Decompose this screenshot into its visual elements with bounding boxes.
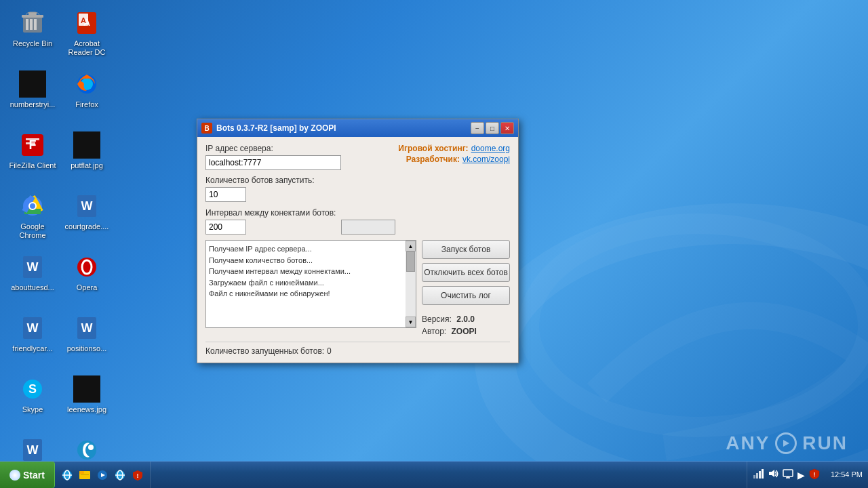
desktop-icon-abouttuesd[interactable]: W abouttuesd... (5, 249, 60, 310)
ql-explorer-icon[interactable] (77, 467, 93, 483)
dialog-buttons: Запуск ботов Отключить всех ботов Очисти… (422, 240, 510, 336)
dialog-body: IP адрес сервера: Игровой хостинг: doome… (197, 137, 518, 363)
dialog-top-row: IP адрес сервера: Игровой хостинг: doome… (205, 144, 510, 170)
log-line-4: Загружаем файл с никнеймами... (209, 277, 413, 289)
svg-text:W: W (81, 321, 93, 335)
interval-left: Интервал между конектами ботов: (205, 208, 336, 235)
desktop-icon-courtgrade[interactable]: W courtgrade.... (60, 188, 114, 249)
desktop-icon-filezilla[interactable]: F FileZilla Client (5, 127, 60, 188)
version-label: Версия: (422, 314, 452, 324)
bots-count-label: Количество ботов запустить: (205, 176, 510, 185)
clock-time: 12:54 PM (831, 470, 863, 479)
bots-count-section: Количество ботов запустить: (205, 176, 510, 202)
bots-running-label: Количество запущенных ботов: (205, 346, 324, 356)
version-value: 2.0.0 (456, 314, 475, 324)
tray-security2-icon[interactable]: ! (809, 468, 820, 481)
tray-display-icon[interactable] (783, 468, 793, 481)
start-bots-button[interactable]: Запуск ботов (422, 240, 510, 259)
quicklaunch-area: ! (55, 462, 151, 488)
log-line-3: Получаем интервал между коннектами... (209, 266, 413, 277)
svg-text:W: W (27, 260, 39, 274)
tray-volume-icon[interactable] (768, 468, 778, 481)
bots-running-value: 0 (327, 346, 332, 356)
minimize-button[interactable]: − (471, 122, 484, 134)
word-icon-courtgrade: W (73, 192, 100, 220)
desktop-icon-firefox[interactable]: Firefox (60, 66, 114, 127)
ql-security-icon[interactable]: ! (130, 467, 146, 483)
firefox-label: Firefox (75, 100, 98, 109)
interval-label: Интервал между конектами ботов: (205, 208, 336, 218)
log-line-5: Файл с никнеймами не обнаружен! (209, 288, 413, 300)
maximize-button[interactable]: □ (486, 122, 499, 134)
log-scrollbar[interactable]: ▲ ▼ (406, 240, 416, 328)
stop-bots-button[interactable]: Отключить всех ботов (422, 263, 510, 282)
desktop-icon-numberstryi[interactable]: numberstryi... (5, 66, 60, 127)
desktop-icon-chrome[interactable]: Google Chrome (5, 188, 60, 249)
bg-decoration (461, 122, 868, 461)
svg-rect-63 (759, 471, 761, 479)
ql-ie-icon[interactable] (59, 467, 75, 483)
ip-input[interactable] (205, 155, 341, 170)
numberstryi-icon (19, 70, 46, 98)
putflat-icon (73, 131, 100, 159)
desktop-icon-putflat[interactable]: putflat.jpg (60, 127, 114, 188)
anyrun-any: ANY (726, 432, 770, 454)
chrome-icon (19, 192, 46, 220)
taskbar-clock[interactable]: 12:54 PM (825, 470, 868, 479)
bots-count-input[interactable] (205, 187, 246, 202)
desktop-icon-leenews[interactable]: leenews.jpg (60, 371, 114, 432)
ql-ie2-icon[interactable] (112, 467, 128, 483)
taskbar-middle (151, 462, 747, 488)
svg-text:!: ! (813, 471, 815, 478)
desktop-icon-friendlycar[interactable]: W friendlycar... (5, 310, 60, 371)
dialog-title: Bots 0.3.7-R2 [samp] by ZOOPI (216, 123, 467, 133)
start-orb-icon (9, 470, 20, 481)
scrollbar-up-button[interactable]: ▲ (406, 241, 416, 251)
version-row: Версия: 2.0.0 (422, 314, 510, 324)
firefox-icon (73, 70, 100, 98)
dialog-controls: − □ ✕ (471, 122, 514, 134)
dialog-titlebar: B Bots 0.3.7-R2 [samp] by ZOOPI − □ ✕ (197, 119, 518, 137)
acrobat-label: Acrobat Reader DC (62, 39, 111, 57)
svg-text:W: W (27, 443, 39, 457)
desktop-icon-recycle-bin[interactable]: Recycle Bin (5, 5, 60, 66)
acrobat-icon: A A (73, 9, 100, 37)
ip-section: IP адрес сервера: (205, 144, 341, 170)
start-button[interactable]: Start (0, 462, 55, 488)
desktop-icon-skype[interactable]: S Skype (5, 371, 60, 432)
author-label: Автор: (422, 327, 446, 336)
log-line-1: Получаем IP адрес сервера... (209, 243, 413, 255)
recycle-bin-icon (19, 9, 46, 37)
scrollbar-thumb[interactable] (406, 251, 415, 272)
log-area: Получаем IP адрес сервера... Получаем ко… (205, 240, 416, 328)
bots-dialog: B Bots 0.3.7-R2 [samp] by ZOOPI − □ ✕ IP… (197, 119, 519, 363)
desktop-icon-opera[interactable]: Opera (60, 249, 114, 310)
svg-rect-64 (762, 469, 764, 479)
svg-rect-53 (79, 471, 84, 474)
hosting-link[interactable]: doome.org (471, 144, 510, 153)
desktop-icon-acrobat[interactable]: A A Acrobat Reader DC (60, 5, 114, 66)
tray-network-icon[interactable] (753, 468, 764, 481)
log-line-2: Получаем количество ботов... (209, 255, 413, 266)
interval-section: Интервал между конектами ботов: (205, 207, 510, 235)
log-container: Получаем IP адрес сервера... Получаем ко… (205, 240, 416, 336)
extra-input[interactable] (341, 220, 395, 235)
svg-rect-7 (28, 12, 37, 15)
scrollbar-down-button[interactable]: ▼ (406, 317, 416, 327)
tray-arrow-icon[interactable]: ▶ (797, 470, 805, 481)
leenews-icon (73, 375, 100, 403)
interval-input[interactable] (205, 220, 246, 235)
svg-text:!: ! (136, 472, 138, 479)
desktop-icon-positionso[interactable]: W positionso... (60, 310, 114, 371)
dev-link[interactable]: vk.com/zoopi (462, 155, 510, 164)
start-label: Start (23, 470, 45, 481)
svg-rect-54 (81, 474, 89, 475)
svg-rect-6 (22, 15, 43, 18)
svg-point-0 (495, 224, 868, 461)
anyrun-play-icon (775, 432, 797, 454)
svg-text:S: S (28, 382, 37, 396)
version-section: Версия: 2.0.0 Автор: ZOOPI (422, 314, 510, 336)
ql-wmp-icon[interactable] (94, 467, 111, 483)
close-button[interactable]: ✕ (500, 122, 514, 134)
clear-log-button[interactable]: Очистить лог (422, 286, 510, 305)
